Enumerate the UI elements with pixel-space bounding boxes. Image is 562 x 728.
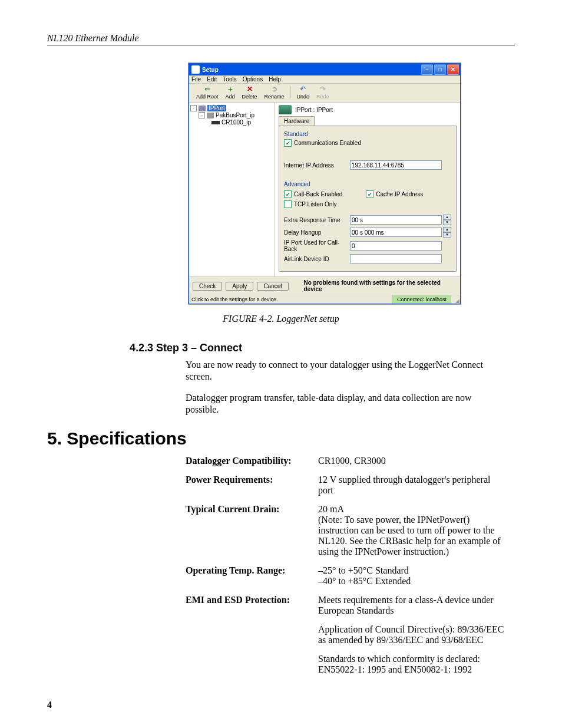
tree-label: PakBusPort_ip — [216, 112, 254, 118]
tcp-listen-checkbox[interactable]: ✔ — [284, 200, 292, 208]
spec-value: –25° to +50°C Standard –40° to +85°C Ext… — [318, 565, 507, 587]
step3-heading: 4.2.3 Step 3 – Connect — [130, 342, 515, 354]
menu-options[interactable]: Options — [243, 76, 263, 83]
hardware-tab[interactable]: Hardware — [279, 116, 315, 126]
cancel-button[interactable]: Cancel — [257, 282, 288, 291]
spec-label: Typical Current Drain: — [186, 504, 318, 557]
add-button[interactable]: ＋ Add — [222, 85, 239, 100]
tree-node-pakbus[interactable]: - PakBusPort_ip — [190, 112, 273, 119]
page-number: 4 — [47, 700, 52, 710]
settings-pane: IPPort : IPPort Hardware Standard ✔ Comm… — [275, 103, 460, 276]
spec-value: Application of Council Directive(s): 89/… — [318, 624, 507, 645]
app-icon — [191, 65, 200, 74]
status-hint: Click to edit the settings for a device. — [189, 295, 392, 304]
datalogger-icon — [211, 121, 220, 124]
tree-node-ipport[interactable]: - IPPort — [190, 105, 273, 112]
table-row: Datalogger Compatibility: CR1000, CR3000 — [186, 456, 515, 466]
table-row: Typical Current Drain: 20 mA (Note: To s… — [186, 504, 515, 557]
specifications-heading: 5. Specifications — [47, 429, 515, 449]
extra-response-input[interactable] — [350, 215, 442, 225]
titlebar[interactable]: Setup – □ ✕ — [189, 64, 460, 75]
extra-response-spinner[interactable]: ▲▼ — [443, 215, 451, 225]
undo-label: Undo — [297, 94, 310, 100]
device-tree[interactable]: - IPPort - PakBusPort_ip CR1000_ip — [189, 103, 275, 276]
figure-4-2: Setup – □ ✕ File Edit Tools Options Help… — [189, 63, 515, 304]
step3-paragraph-1: You are now ready to connect to your dat… — [186, 359, 504, 383]
menu-file[interactable]: File — [191, 76, 201, 83]
tree-label: IPPort — [207, 105, 226, 111]
redo-button[interactable]: ↷ Redo — [313, 85, 333, 100]
ipport-callback-label: IP Port Used for Call-Back — [284, 239, 350, 252]
ip-address-input[interactable] — [350, 160, 442, 170]
toolbar-separator — [290, 86, 291, 98]
resize-grip-icon[interactable]: ◢ — [451, 295, 460, 304]
spin-up-icon[interactable]: ▲ — [443, 215, 451, 220]
airlink-input[interactable] — [350, 254, 442, 263]
pakbus-icon — [207, 113, 214, 118]
plus-icon: ＋ — [226, 85, 234, 93]
delete-button[interactable]: ✕ Delete — [239, 85, 261, 100]
action-bar: Check Apply Cancel No problems found wit… — [189, 276, 460, 295]
spin-up-icon[interactable]: ▲ — [443, 227, 451, 232]
callback-label: Call-Back Enabled — [294, 191, 342, 197]
spin-down-icon[interactable]: ▼ — [443, 220, 451, 225]
callback-checkbox[interactable]: ✔ — [284, 190, 292, 198]
airlink-label: AirLink Device ID — [284, 256, 350, 262]
connection-status: Connected: localhost — [392, 295, 451, 304]
setup-window: Setup – □ ✕ File Edit Tools Options Help… — [189, 63, 461, 304]
ipport-callback-input[interactable] — [350, 241, 442, 251]
extra-response-label: Extra Response Time — [284, 217, 350, 223]
add-label: Add — [226, 94, 235, 100]
add-root-icon: ⇐ — [203, 85, 211, 93]
spec-value: Standards to which conformity is declare… — [318, 654, 507, 675]
delete-label: Delete — [242, 94, 257, 100]
collapse-icon[interactable]: - — [190, 105, 197, 111]
collapse-icon[interactable]: - — [199, 112, 205, 118]
check-button[interactable]: Check — [193, 282, 222, 291]
minimize-button[interactable]: – — [421, 64, 433, 75]
toolbar: ⇐ Add Root ＋ Add ✕ Delete ➲ Rename ↶ — [189, 84, 460, 103]
table-row: Application of Council Directive(s): 89/… — [186, 624, 515, 645]
spec-label: Operating Temp. Range: — [186, 565, 318, 587]
menu-edit[interactable]: Edit — [207, 76, 217, 83]
figure-caption: FIGURE 4-2. LoggerNet setup — [47, 314, 515, 324]
spec-value: 12 V supplied through datalogger's perip… — [318, 475, 507, 496]
spec-label: EMI and ESD Protection: — [186, 595, 318, 616]
tcp-listen-label: TCP Listen Only — [294, 201, 337, 207]
table-row: Power Requirements: 12 V supplied throug… — [186, 475, 515, 496]
cache-ip-label: Cache IP Address — [376, 191, 423, 197]
spec-label: Datalogger Compatibility: — [186, 456, 318, 466]
delete-icon: ✕ — [246, 85, 254, 93]
menu-bar[interactable]: File Edit Tools Options Help — [189, 75, 460, 84]
spin-down-icon[interactable]: ▼ — [443, 232, 451, 238]
ip-address-label: Internet IP Address — [284, 162, 350, 169]
add-root-label: Add Root — [196, 94, 219, 100]
spec-value: 20 mA (Note: To save power, the IPNetPow… — [318, 504, 507, 557]
spec-value: Meets requirements for a class-A device … — [318, 595, 507, 616]
add-root-button[interactable]: ⇐ Add Root — [193, 85, 222, 100]
ipport-icon — [199, 106, 206, 111]
menu-tools[interactable]: Tools — [223, 76, 236, 83]
maximize-button[interactable]: □ — [434, 64, 446, 75]
device-title: IPPort : IPPort — [295, 107, 333, 113]
status-bar: Click to edit the settings for a device.… — [189, 295, 460, 304]
redo-label: Redo — [316, 94, 329, 100]
rename-button[interactable]: ➲ Rename — [261, 85, 288, 100]
comm-enabled-checkbox[interactable]: ✔ — [284, 139, 292, 147]
apply-button[interactable]: Apply — [226, 282, 253, 291]
undo-button[interactable]: ↶ Undo — [293, 85, 313, 100]
tree-node-cr1000[interactable]: CR1000_ip — [190, 119, 273, 126]
spec-label: Power Requirements: — [186, 475, 318, 496]
delay-hangup-label: Delay Hangup — [284, 229, 350, 236]
advanced-section: Advanced — [284, 181, 451, 187]
delay-hangup-input[interactable] — [350, 228, 442, 237]
delay-hangup-spinner[interactable]: ▲▼ — [443, 227, 451, 238]
window-title: Setup — [202, 67, 421, 73]
spec-value: CR1000, CR3000 — [318, 456, 507, 466]
table-row: Operating Temp. Range: –25° to +50°C Sta… — [186, 565, 515, 587]
standard-section: Standard — [284, 131, 451, 137]
close-button[interactable]: ✕ — [447, 64, 459, 75]
menu-help[interactable]: Help — [269, 76, 281, 83]
rename-label: Rename — [265, 94, 285, 100]
cache-ip-checkbox[interactable]: ✔ — [366, 190, 373, 198]
